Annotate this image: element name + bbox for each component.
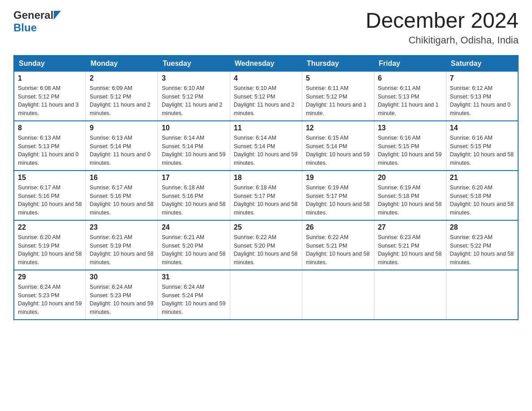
calendar-cell: 26 Sunrise: 6:22 AMSunset: 5:21 PMDaylig… — [302, 220, 374, 270]
page-header: General Blue December 2024 Chikitigarh, … — [13, 9, 519, 46]
day-number: 25 — [234, 223, 298, 231]
calendar-cell: 15 Sunrise: 6:17 AMSunset: 5:16 PMDaylig… — [14, 171, 86, 220]
col-wednesday: Wednesday — [230, 56, 302, 72]
day-number: 21 — [450, 174, 514, 182]
day-info: Sunrise: 6:11 AMSunset: 5:13 PMDaylight:… — [378, 84, 442, 118]
day-number: 3 — [162, 74, 226, 82]
day-info: Sunrise: 6:11 AMSunset: 5:12 PMDaylight:… — [306, 84, 370, 118]
day-info: Sunrise: 6:10 AMSunset: 5:12 PMDaylight:… — [162, 84, 226, 118]
day-number: 18 — [234, 174, 298, 182]
calendar-cell: 18 Sunrise: 6:18 AMSunset: 5:17 PMDaylig… — [230, 171, 302, 220]
calendar-cell: 17 Sunrise: 6:18 AMSunset: 5:16 PMDaylig… — [158, 171, 230, 220]
month-title: December 2024 — [365, 9, 519, 33]
day-info: Sunrise: 6:19 AMSunset: 5:18 PMDaylight:… — [378, 184, 442, 217]
location-subtitle: Chikitigarh, Odisha, India — [365, 34, 519, 46]
day-info: Sunrise: 6:15 AMSunset: 5:14 PMDaylight:… — [306, 134, 370, 167]
calendar-cell: 13 Sunrise: 6:16 AMSunset: 5:15 PMDaylig… — [374, 121, 446, 171]
day-info: Sunrise: 6:13 AMSunset: 5:13 PMDaylight:… — [18, 134, 82, 167]
day-info: Sunrise: 6:21 AMSunset: 5:20 PMDaylight:… — [162, 233, 226, 267]
col-saturday: Saturday — [446, 56, 518, 72]
col-monday: Monday — [86, 56, 158, 72]
day-info: Sunrise: 6:10 AMSunset: 5:12 PMDaylight:… — [234, 84, 298, 118]
day-info: Sunrise: 6:23 AMSunset: 5:22 PMDaylight:… — [450, 233, 514, 267]
calendar-cell: 22 Sunrise: 6:20 AMSunset: 5:19 PMDaylig… — [14, 220, 86, 270]
calendar-cell: 6 Sunrise: 6:11 AMSunset: 5:13 PMDayligh… — [374, 71, 446, 121]
day-number: 6 — [378, 74, 442, 82]
day-info: Sunrise: 6:21 AMSunset: 5:19 PMDaylight:… — [90, 233, 154, 267]
title-block: December 2024 Chikitigarh, Odisha, India — [365, 9, 519, 46]
day-number: 20 — [378, 174, 442, 182]
col-thursday: Thursday — [302, 56, 374, 72]
calendar-week-row: 15 Sunrise: 6:17 AMSunset: 5:16 PMDaylig… — [14, 171, 518, 220]
day-info: Sunrise: 6:08 AMSunset: 5:12 PMDaylight:… — [18, 84, 82, 118]
day-number: 17 — [162, 174, 226, 182]
day-number: 4 — [234, 74, 298, 82]
calendar-cell: 23 Sunrise: 6:21 AMSunset: 5:19 PMDaylig… — [86, 220, 158, 270]
calendar-cell: 21 Sunrise: 6:20 AMSunset: 5:18 PMDaylig… — [446, 171, 518, 220]
calendar-cell: 31 Sunrise: 6:24 AMSunset: 5:24 PMDaylig… — [158, 270, 230, 320]
day-number: 5 — [306, 74, 370, 82]
day-number: 7 — [450, 74, 514, 82]
calendar-cell: 16 Sunrise: 6:17 AMSunset: 5:16 PMDaylig… — [86, 171, 158, 220]
day-number: 1 — [18, 74, 82, 82]
logo: General Blue — [13, 9, 61, 34]
calendar-week-row: 22 Sunrise: 6:20 AMSunset: 5:19 PMDaylig… — [14, 220, 518, 270]
col-friday: Friday — [374, 56, 446, 72]
day-info: Sunrise: 6:13 AMSunset: 5:14 PMDaylight:… — [90, 134, 154, 167]
day-number: 27 — [378, 223, 442, 231]
calendar-cell: 10 Sunrise: 6:14 AMSunset: 5:14 PMDaylig… — [158, 121, 230, 171]
calendar-cell: 27 Sunrise: 6:23 AMSunset: 5:21 PMDaylig… — [374, 220, 446, 270]
day-number: 24 — [162, 223, 226, 231]
day-number: 14 — [450, 124, 514, 132]
col-tuesday: Tuesday — [158, 56, 230, 72]
day-info: Sunrise: 6:17 AMSunset: 5:16 PMDaylight:… — [18, 184, 82, 217]
calendar-cell: 20 Sunrise: 6:19 AMSunset: 5:18 PMDaylig… — [374, 171, 446, 220]
day-number: 9 — [90, 124, 154, 132]
logo-general-text: General — [13, 9, 53, 21]
day-number: 28 — [450, 223, 514, 231]
calendar-cell: 5 Sunrise: 6:11 AMSunset: 5:12 PMDayligh… — [302, 71, 374, 121]
day-number: 8 — [18, 124, 82, 132]
calendar-cell: 14 Sunrise: 6:16 AMSunset: 5:15 PMDaylig… — [446, 121, 518, 171]
day-info: Sunrise: 6:16 AMSunset: 5:15 PMDaylight:… — [450, 134, 514, 167]
day-info: Sunrise: 6:19 AMSunset: 5:17 PMDaylight:… — [306, 184, 370, 217]
day-number: 26 — [306, 223, 370, 231]
day-info: Sunrise: 6:12 AMSunset: 5:13 PMDaylight:… — [450, 84, 514, 118]
day-info: Sunrise: 6:23 AMSunset: 5:21 PMDaylight:… — [378, 233, 442, 267]
day-info: Sunrise: 6:24 AMSunset: 5:23 PMDaylight:… — [18, 283, 82, 317]
calendar-cell — [302, 270, 374, 320]
calendar-cell: 29 Sunrise: 6:24 AMSunset: 5:23 PMDaylig… — [14, 270, 86, 320]
calendar-cell: 19 Sunrise: 6:19 AMSunset: 5:17 PMDaylig… — [302, 171, 374, 220]
calendar-cell: 28 Sunrise: 6:23 AMSunset: 5:22 PMDaylig… — [446, 220, 518, 270]
day-info: Sunrise: 6:09 AMSunset: 5:12 PMDaylight:… — [90, 84, 154, 118]
calendar-week-row: 1 Sunrise: 6:08 AMSunset: 5:12 PMDayligh… — [14, 71, 518, 121]
calendar-cell: 12 Sunrise: 6:15 AMSunset: 5:14 PMDaylig… — [302, 121, 374, 171]
day-info: Sunrise: 6:20 AMSunset: 5:18 PMDaylight:… — [450, 184, 514, 217]
calendar-header-row: Sunday Monday Tuesday Wednesday Thursday… — [14, 56, 518, 72]
logo-blue-text: Blue — [13, 21, 37, 34]
day-info: Sunrise: 6:14 AMSunset: 5:14 PMDaylight:… — [162, 134, 226, 167]
day-number: 2 — [90, 74, 154, 82]
calendar-cell: 24 Sunrise: 6:21 AMSunset: 5:20 PMDaylig… — [158, 220, 230, 270]
day-info: Sunrise: 6:20 AMSunset: 5:19 PMDaylight:… — [18, 233, 82, 267]
day-number: 11 — [234, 124, 298, 132]
day-info: Sunrise: 6:22 AMSunset: 5:20 PMDaylight:… — [234, 233, 298, 267]
day-number: 10 — [162, 124, 226, 132]
day-number: 22 — [18, 223, 82, 231]
calendar-cell: 8 Sunrise: 6:13 AMSunset: 5:13 PMDayligh… — [14, 121, 86, 171]
day-info: Sunrise: 6:16 AMSunset: 5:15 PMDaylight:… — [378, 134, 442, 167]
day-info: Sunrise: 6:24 AMSunset: 5:24 PMDaylight:… — [162, 283, 226, 317]
calendar-cell — [230, 270, 302, 320]
day-info: Sunrise: 6:22 AMSunset: 5:21 PMDaylight:… — [306, 233, 370, 267]
calendar-cell: 3 Sunrise: 6:10 AMSunset: 5:12 PMDayligh… — [158, 71, 230, 121]
day-number: 13 — [378, 124, 442, 132]
calendar-cell: 1 Sunrise: 6:08 AMSunset: 5:12 PMDayligh… — [14, 71, 86, 121]
day-number: 12 — [306, 124, 370, 132]
calendar-week-row: 29 Sunrise: 6:24 AMSunset: 5:23 PMDaylig… — [14, 270, 518, 320]
day-info: Sunrise: 6:24 AMSunset: 5:23 PMDaylight:… — [90, 283, 154, 317]
day-number: 29 — [18, 273, 82, 281]
svg-marker-0 — [54, 11, 61, 20]
day-info: Sunrise: 6:18 AMSunset: 5:16 PMDaylight:… — [162, 184, 226, 217]
calendar-cell: 2 Sunrise: 6:09 AMSunset: 5:12 PMDayligh… — [86, 71, 158, 121]
calendar-cell: 9 Sunrise: 6:13 AMSunset: 5:14 PMDayligh… — [86, 121, 158, 171]
